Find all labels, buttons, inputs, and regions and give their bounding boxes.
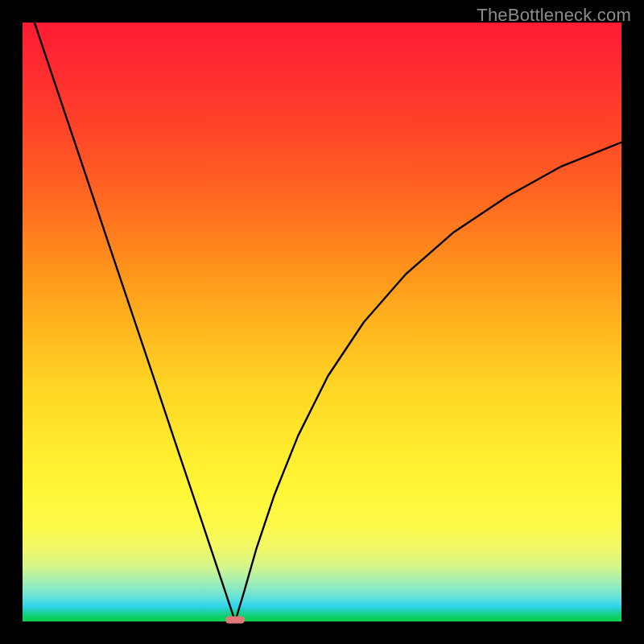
bottleneck-curve <box>23 23 621 621</box>
plot-area <box>23 23 621 621</box>
minimum-marker <box>225 617 245 624</box>
watermark-text: TheBottleneck.com <box>477 5 631 26</box>
